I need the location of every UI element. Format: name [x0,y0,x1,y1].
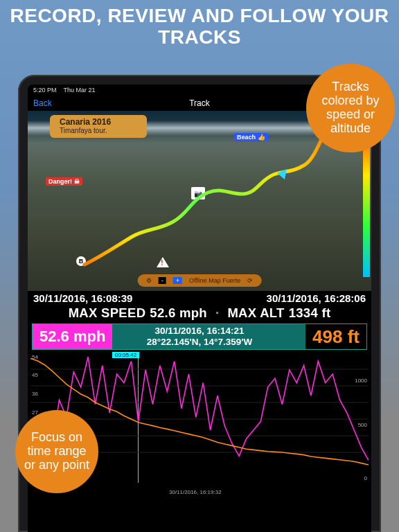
status-date: Thu Mar 21 [64,87,96,94]
callout-text: Focus on time range or any point [21,431,93,472]
y-left-max: 54 [32,354,38,360]
max-speed-value: 52.6 mph [150,305,207,321]
max-stats-row: MAX SPEED 52.6 mph · MAX ALT 1334 ft [28,305,371,321]
callout-badge-bottom: Focus on time range or any point [15,410,98,493]
status-time: 5:20 PM [33,87,57,94]
max-alt-value: 1334 ft [289,305,331,321]
end-datetime: 30/11/2016, 16:28:06 [267,292,366,304]
back-button[interactable]: Back [33,98,52,108]
max-alt-label: MAX ALT [227,305,284,321]
page-title: Track [189,98,210,108]
point-center: 30/11/2016, 16:14:21 28°22.145'N, 14°7.3… [147,326,252,347]
settings-icon[interactable]: ⚙ [146,277,152,284]
callout-badge-top: Tracks colored by speed or altitude [306,64,395,152]
point-datetime: 30/11/2016, 16:14:21 [147,326,252,337]
point-altitude: 498 ft [305,324,366,349]
separator: · [215,305,219,321]
zoom-out-button[interactable]: - [159,277,166,284]
point-coords: 28°22.145'N, 14°7.359'W [147,337,252,348]
refresh-icon[interactable]: ⟳ [247,277,253,284]
callout-text: Tracks colored by speed or altitude [312,80,389,135]
date-range-row: 30/11/2016, 16:08:39 30/11/2016, 16:28:0… [28,291,371,305]
map-footer-toolbar: ⚙ - + Offline Map Fuerte ⟳ [138,274,262,287]
map-source-label: Offline Map Fuerte [189,277,240,284]
max-speed-label: MAX SPEED [69,305,146,321]
y-right-1000: 1000 [355,378,367,384]
hero-title: RECORD, REVIEW AND FOLLOW YOUR TRACKS [7,6,392,48]
zoom-in-button[interactable]: + [173,277,182,284]
start-datetime: 30/11/2016, 16:08:39 [33,292,132,304]
point-metrics-row: 52.6 mph 30/11/2016, 16:14:21 28°22.145'… [32,323,367,350]
point-speed: 52.6 mph [33,324,112,349]
x-tick: 30/11/2016, 16:19:32 [169,489,222,495]
